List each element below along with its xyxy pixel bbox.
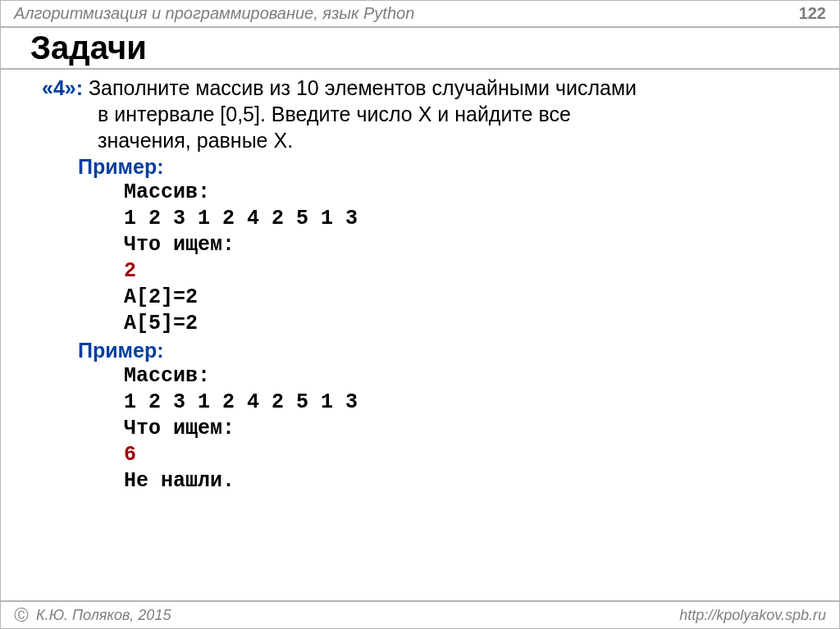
ex1-array-label: Массив:	[124, 180, 798, 206]
footer-url: http://kpolyakov.spb.ru	[679, 607, 826, 624]
header-title: Алгоритмизация и программирование, язык …	[14, 4, 414, 23]
ex1-result-2: A[5]=2	[124, 311, 798, 337]
example-2-label: Пример:	[42, 337, 798, 363]
task-line-2: в интервале [0,5]. Введите число X и най…	[98, 103, 571, 125]
page-number: 122	[799, 4, 826, 23]
copyright-text: К.Ю. Поляков, 2015	[36, 607, 171, 623]
ex2-search-value: 6	[124, 442, 798, 468]
example-1-body: Массив: 1 2 3 1 2 4 2 5 1 3 Что ищем: 2 …	[42, 180, 798, 337]
ex2-array-values: 1 2 3 1 2 4 2 5 1 3	[124, 390, 798, 416]
task-line-1: Заполните массив из 10 элементов случайн…	[89, 76, 637, 99]
header: Алгоритмизация и программирование, язык …	[1, 1, 839, 28]
ex1-array-values: 1 2 3 1 2 4 2 5 1 3	[124, 206, 798, 232]
ex2-array-label: Массив:	[124, 363, 798, 390]
example-2-body: Массив: 1 2 3 1 2 4 2 5 1 3 Что ищем: 6 …	[42, 363, 798, 495]
ex2-search-label: Что ищем:	[124, 416, 798, 442]
grade-label: «4»:	[42, 76, 83, 99]
ex2-result: Не нашли.	[124, 468, 798, 495]
ex1-search-label: Что ищем:	[124, 232, 798, 258]
footer: Ⓒ К.Ю. Поляков, 2015 http://kpolyakov.sp…	[1, 600, 839, 628]
task-block: «4»: Заполните массив из 10 элементов сл…	[42, 75, 798, 153]
example-1-label: Пример:	[42, 153, 798, 180]
content: «4»: Заполните массив из 10 элементов сл…	[1, 73, 839, 495]
copyright: Ⓒ К.Ю. Поляков, 2015	[14, 605, 171, 625]
task-line-3: значения, равные X.	[98, 129, 293, 152]
ex1-result-1: A[2]=2	[124, 285, 798, 311]
copyright-icon: Ⓒ	[14, 607, 29, 623]
ex1-search-value: 2	[124, 258, 798, 285]
page-title: Задачи	[1, 28, 839, 70]
